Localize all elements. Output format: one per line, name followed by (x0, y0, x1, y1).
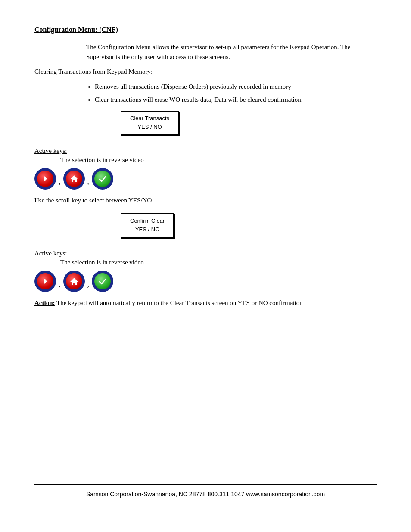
comma-sep-4: , (87, 280, 90, 292)
home-key-inner-2 (66, 273, 82, 289)
active-keys-desc-1: The selection is in reverse video (60, 156, 144, 163)
check-key-inner-1 (94, 171, 111, 187)
svg-marker-5 (70, 278, 78, 285)
keys-row-1: , , (34, 168, 377, 190)
scroll-key-2[interactable] (34, 271, 56, 292)
check-key-2[interactable] (92, 271, 113, 292)
action-label: Action: (34, 299, 55, 306)
lcd-display-2: Confirm Clear YES / NO (121, 213, 174, 238)
comma-sep-3: , (59, 280, 61, 292)
action-line: Action: The keypad will automatically re… (34, 298, 377, 308)
active-keys-section-2: Active keys: The selection is in reverse… (34, 250, 377, 266)
home-key-inner-1 (66, 171, 82, 187)
keys-row-2: , , (34, 271, 377, 292)
home-key-1[interactable] (63, 168, 85, 190)
active-keys-label-2: Active keys: (34, 250, 67, 257)
scroll-key-inner-2 (37, 273, 53, 289)
lcd-line1-2: Confirm Clear (130, 217, 165, 226)
section-title: Configuration Menu: (CNF) (34, 26, 377, 34)
intro-paragraph: The Configuration Menu allows the superv… (86, 42, 377, 62)
list-item: Clear transactions will erase WO results… (95, 95, 377, 105)
lcd-display-1: Clear Transacts YES / NO (121, 111, 179, 136)
lcd-line2-2: YES / NO (130, 225, 165, 234)
comma-sep-2: , (87, 177, 90, 190)
active-keys-label-1: Active keys: (34, 147, 67, 155)
lcd-line1: Clear Transacts (130, 114, 169, 123)
footer: Samson Corporation-Swannanoa, NC 28778 8… (34, 484, 377, 498)
check-key-inner-2 (94, 273, 111, 289)
check-key-1[interactable] (92, 168, 113, 190)
active-keys-section-1: Active keys: The selection is in reverse… (34, 147, 377, 164)
comma-sep-1: , (59, 177, 61, 190)
action-text: The keypad will automatically return to … (56, 299, 303, 306)
footer-text: Samson Corporation-Swannanoa, NC 28778 8… (86, 491, 325, 498)
bullet-list: Removes all transactions (Dispense Order… (95, 82, 377, 105)
svg-marker-2 (70, 175, 78, 182)
active-keys-desc-2: The selection is in reverse video (60, 259, 144, 266)
clearing-heading: Clearing Transactions from Keypad Memory… (34, 67, 377, 77)
scroll-key-inner-1 (37, 171, 53, 187)
scroll-text: Use the scroll key to select between YES… (34, 196, 377, 205)
home-key-2[interactable] (63, 271, 85, 292)
lcd-line2: YES / NO (130, 123, 169, 132)
scroll-key-1[interactable] (34, 168, 56, 190)
list-item: Removes all transactions (Dispense Order… (95, 82, 377, 92)
